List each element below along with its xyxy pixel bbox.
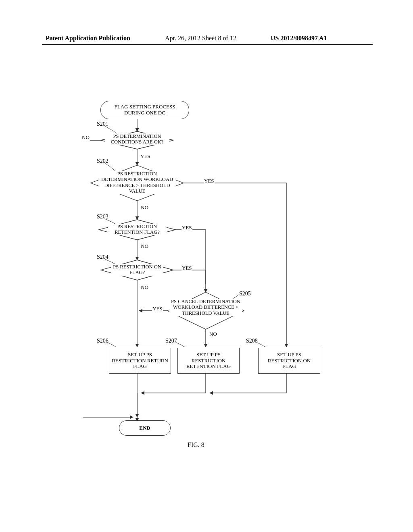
decision-s202: PS RESTRICTION DETERMINATION WORKLOAD DI… — [99, 171, 175, 194]
figure-caption: FIG. 8 — [188, 441, 204, 449]
decision-s201: PS DETERMINATION CONDITIONS ARE OK? — [105, 133, 169, 145]
decision-s204-text: PS RESTRICTION ON FLAG? — [111, 264, 163, 276]
step-label-s208: S208 — [246, 338, 258, 344]
process-s207: SET UP PS RESTRICTION RETENTION FLAG — [177, 348, 240, 374]
edge-label-s203-no: NO — [140, 243, 149, 249]
step-label-s203: S203 — [97, 214, 108, 220]
start-text: FLAG SETTING PROCESS DURING ONE DC — [108, 104, 181, 116]
edge-label-s202-yes: YES — [204, 178, 215, 184]
decision-s203-text: PS RESTRICTION RETENTION FLAG? — [108, 224, 167, 235]
step-label-s202: S202 — [97, 158, 108, 164]
edge-label-s203-yes: YES — [181, 224, 192, 231]
process-s207-text: SET UP PS RESTRICTION RETENTION FLAG — [180, 352, 237, 370]
step-label-s204: S204 — [97, 254, 108, 260]
flowchart-connectors — [83, 99, 337, 470]
terminator-end: END — [119, 420, 171, 436]
header-publication-label: Patent Application Publication — [46, 35, 130, 42]
edge-label-s201-no: NO — [81, 134, 90, 141]
flowchart-fig-8: FLAG SETTING PROCESS DURING ONE DC PS DE… — [83, 99, 337, 470]
process-s208: SET UP PS RESTRICTION ON FLAG — [258, 348, 320, 374]
step-label-s205: S205 — [239, 291, 251, 297]
edge-label-s205-no: NO — [209, 331, 217, 337]
decision-s203: PS RESTRICTION RETENTION FLAG? — [108, 224, 167, 235]
step-label-s207: S207 — [165, 338, 177, 344]
end-text: END — [139, 425, 150, 431]
header-patent-number: US 2012/0098497 A1 — [271, 35, 327, 42]
decision-s204: PS RESTRICTION ON FLAG? — [111, 264, 163, 276]
header-rule — [42, 44, 373, 45]
edge-label-s205-yes: YES — [152, 305, 163, 312]
decision-s205-text: PS CANCEL DETERMINATION WORKLOAD DIFFERE… — [169, 299, 242, 316]
process-s206-text: SET UP PS RESTRICTION RETURN FLAG — [112, 352, 168, 370]
step-label-s201: S201 — [97, 121, 108, 127]
decision-s202-text: PS RESTRICTION DETERMINATION WORKLOAD DI… — [99, 171, 175, 194]
edge-label-s202-no: NO — [140, 204, 149, 211]
decision-s205: PS CANCEL DETERMINATION WORKLOAD DIFFERE… — [169, 299, 242, 316]
edge-label-s204-yes: YES — [181, 265, 192, 271]
decision-s201-text: PS DETERMINATION CONDITIONS ARE OK? — [105, 133, 169, 145]
patent-page: Patent Application Publication Apr. 26, … — [0, 0, 413, 532]
process-s206: SET UP PS RESTRICTION RETURN FLAG — [109, 348, 171, 374]
terminator-start: FLAG SETTING PROCESS DURING ONE DC — [100, 101, 189, 119]
edge-label-s201-yes: YES — [140, 153, 151, 160]
header-date-sheet: Apr. 26, 2012 Sheet 8 of 12 — [165, 35, 236, 42]
step-label-s206: S206 — [97, 338, 108, 344]
edge-label-s204-no: NO — [140, 284, 149, 291]
process-s208-text: SET UP PS RESTRICTION ON FLAG — [261, 352, 317, 370]
